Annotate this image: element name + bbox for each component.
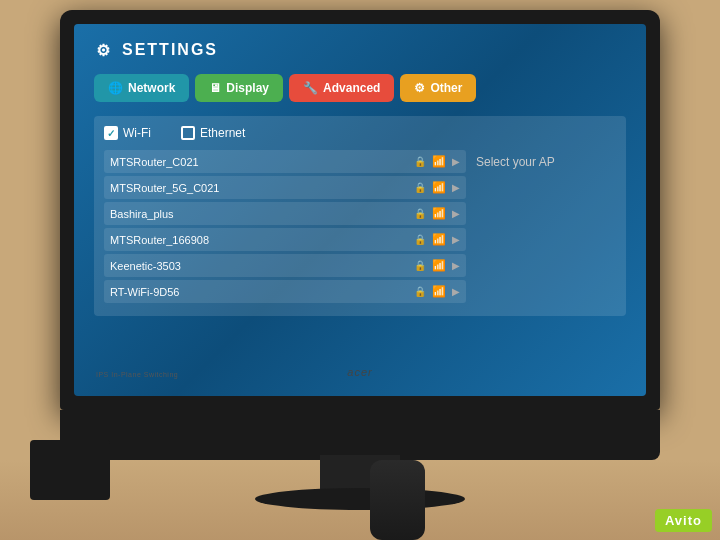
arrow-right-icon: ▶ xyxy=(452,234,460,245)
arrow-right-icon: ▶ xyxy=(452,286,460,297)
monitor-stand-base xyxy=(255,488,465,510)
right-panel: Select your AP xyxy=(476,150,616,306)
arrow-right-icon: ▶ xyxy=(452,260,460,271)
wifi-signal-icon: 📶 xyxy=(432,285,446,298)
other-icon: ⚙ xyxy=(414,81,425,95)
monitor-bottom-bezel xyxy=(60,410,660,460)
advanced-icon: 🔧 xyxy=(303,81,318,95)
network-icon: 🌐 xyxy=(108,81,123,95)
list-item[interactable]: MTSRouter_C021 🔒 📶 ▶ xyxy=(104,150,466,173)
list-item[interactable]: Bashira_plus 🔒 📶 ▶ xyxy=(104,202,466,225)
list-item[interactable]: MTSRouter_166908 🔒 📶 ▶ xyxy=(104,228,466,251)
network-list: MTSRouter_C021 🔒 📶 ▶ MTSRouter_5G_C021 🔒… xyxy=(104,150,466,306)
tab-other[interactable]: ⚙ Other xyxy=(400,74,476,102)
network-name: MTSRouter_5G_C021 xyxy=(110,182,408,194)
tab-advanced[interactable]: 🔧 Advanced xyxy=(289,74,394,102)
wifi-checkbox-label[interactable]: Wi-Fi xyxy=(104,126,151,140)
lock-icon: 🔒 xyxy=(414,182,426,193)
network-name: MTSRouter_166908 xyxy=(110,234,408,246)
wifi-signal-icon: 📶 xyxy=(432,155,446,168)
wifi-checkbox[interactable] xyxy=(104,126,118,140)
list-item[interactable]: RT-WiFi-9D56 🔒 📶 ▶ xyxy=(104,280,466,303)
ips-badge: IPS In-Plane Switching xyxy=(96,371,178,378)
wifi-signal-icon: 📶 xyxy=(432,259,446,272)
network-name: Bashira_plus xyxy=(110,208,408,220)
ethernet-checkbox[interactable] xyxy=(181,126,195,140)
lock-icon: 🔒 xyxy=(414,286,426,297)
tabs-bar: 🌐 Network 🖥 Display 🔧 Advanced ⚙ Other xyxy=(94,74,626,102)
list-item[interactable]: Keenetic-3503 🔒 📶 ▶ xyxy=(104,254,466,277)
list-item[interactable]: MTSRouter_5G_C021 🔒 📶 ▶ xyxy=(104,176,466,199)
tab-network-label: Network xyxy=(128,81,175,95)
ethernet-checkbox-label[interactable]: Ethernet xyxy=(181,126,245,140)
lock-icon: 🔒 xyxy=(414,156,426,167)
settings-ui: ⚙ SETTINGS 🌐 Network 🖥 Display 🔧 Advance… xyxy=(74,24,646,332)
main-layout: MTSRouter_C021 🔒 📶 ▶ MTSRouter_5G_C021 🔒… xyxy=(104,150,616,306)
settings-gear-icon: ⚙ xyxy=(94,40,114,60)
select-ap-text: Select your AP xyxy=(476,155,555,169)
monitor-outer: ⚙ SETTINGS 🌐 Network 🖥 Display 🔧 Advance… xyxy=(60,10,660,410)
lock-icon: 🔒 xyxy=(414,234,426,245)
network-name: RT-WiFi-9D56 xyxy=(110,286,408,298)
tv-box-device xyxy=(30,440,110,500)
arrow-right-icon: ▶ xyxy=(452,208,460,219)
wifi-signal-icon: 📶 xyxy=(432,207,446,220)
wifi-label: Wi-Fi xyxy=(123,126,151,140)
remote-control xyxy=(370,460,425,540)
network-name: Keenetic-3503 xyxy=(110,260,408,272)
tab-other-label: Other xyxy=(430,81,462,95)
arrow-right-icon: ▶ xyxy=(452,156,460,167)
wifi-signal-icon: 📶 xyxy=(432,233,446,246)
avito-badge: Avito xyxy=(655,509,712,532)
network-name: MTSRouter_C021 xyxy=(110,156,408,168)
display-icon: 🖥 xyxy=(209,81,221,95)
monitor-screen: ⚙ SETTINGS 🌐 Network 🖥 Display 🔧 Advance… xyxy=(74,24,646,396)
lock-icon: 🔒 xyxy=(414,208,426,219)
tab-network[interactable]: 🌐 Network xyxy=(94,74,189,102)
settings-title: ⚙ SETTINGS xyxy=(94,40,626,60)
connection-type-row: Wi-Fi Ethernet xyxy=(104,126,616,140)
tab-display-label: Display xyxy=(226,81,269,95)
lock-icon: 🔒 xyxy=(414,260,426,271)
acer-logo: acer xyxy=(347,366,372,378)
tab-advanced-label: Advanced xyxy=(323,81,380,95)
ethernet-label: Ethernet xyxy=(200,126,245,140)
wifi-signal-icon: 📶 xyxy=(432,181,446,194)
settings-title-text: SETTINGS xyxy=(122,41,218,59)
arrow-right-icon: ▶ xyxy=(452,182,460,193)
content-area: Wi-Fi Ethernet MTSRouter_C021 🔒 📶 xyxy=(94,116,626,316)
tab-display[interactable]: 🖥 Display xyxy=(195,74,283,102)
avito-label: Avito xyxy=(665,513,702,528)
